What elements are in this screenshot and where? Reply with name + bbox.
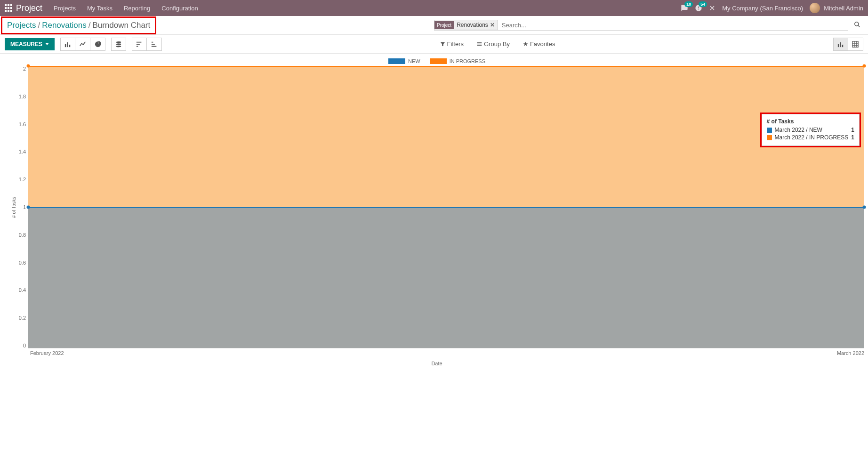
svg-rect-18 bbox=[840, 42, 841, 47]
point-blue-start bbox=[27, 205, 30, 209]
nav-menu-mytasks[interactable]: My Tasks bbox=[87, 5, 113, 12]
pie-chart-icon[interactable] bbox=[90, 38, 105, 51]
search-facet-value: Renovations bbox=[457, 22, 488, 28]
graph-view-icon[interactable] bbox=[833, 38, 848, 51]
area-new bbox=[28, 207, 864, 348]
avatar bbox=[810, 3, 820, 13]
svg-rect-11 bbox=[151, 46, 156, 47]
svg-rect-19 bbox=[842, 44, 844, 47]
sort-desc-icon[interactable] bbox=[132, 38, 147, 51]
breadcrumb-current: Burndown Chart bbox=[92, 21, 150, 30]
bar-chart-icon[interactable] bbox=[60, 38, 75, 51]
search-icon[interactable] bbox=[852, 21, 862, 29]
favorites-button[interactable]: Favorites bbox=[523, 40, 555, 48]
activities-icon[interactable]: 54 bbox=[695, 4, 702, 12]
chart-tooltip: # of Tasks March 2022 / NEW 1 March 2022… bbox=[762, 114, 860, 146]
search-facet-category: Project bbox=[434, 21, 454, 29]
svg-rect-8 bbox=[137, 41, 142, 42]
nav-menu-projects[interactable]: Projects bbox=[54, 5, 76, 12]
tooltip-swatch-blue bbox=[767, 128, 772, 133]
apps-icon[interactable] bbox=[5, 4, 12, 12]
breadcrumb: Projects / Renovations / Burndown Chart bbox=[1, 16, 156, 34]
measures-button[interactable]: MEASURES bbox=[5, 38, 55, 50]
sort-asc-icon[interactable] bbox=[147, 38, 162, 51]
breadcrumb-renovations[interactable]: Renovations bbox=[42, 21, 87, 30]
groupby-button[interactable]: Group By bbox=[477, 40, 510, 48]
tooltip-row-new: March 2022 / NEW 1 bbox=[767, 127, 854, 133]
x-axis-ticks: February 2022 March 2022 bbox=[9, 348, 864, 356]
svg-rect-4 bbox=[69, 44, 71, 47]
nav-menu: Projects My Tasks Reporting Configuratio… bbox=[54, 5, 198, 12]
messages-badge: 10 bbox=[684, 1, 693, 7]
svg-line-1 bbox=[858, 25, 860, 27]
svg-rect-12 bbox=[151, 44, 154, 45]
search-facet-remove-icon[interactable]: ✕ bbox=[490, 22, 495, 28]
svg-point-6 bbox=[116, 43, 121, 45]
top-navbar: Project Projects My Tasks Reporting Conf… bbox=[0, 0, 868, 16]
point-orange-end bbox=[863, 64, 866, 68]
breadcrumb-projects[interactable]: Projects bbox=[7, 21, 36, 30]
tooltip-swatch-orange bbox=[767, 135, 772, 140]
point-orange-start bbox=[27, 64, 30, 68]
x-axis-label: Date bbox=[9, 361, 864, 366]
y-axis-ticks: 2 1.8 1.6 1.4 1.2 1 0.8 0.6 0.4 0.2 0 bbox=[16, 66, 28, 348]
close-tray-icon[interactable] bbox=[709, 5, 715, 11]
svg-rect-2 bbox=[65, 44, 66, 47]
svg-point-5 bbox=[116, 41, 121, 43]
svg-point-0 bbox=[855, 22, 859, 26]
filters-button[interactable]: Filters bbox=[440, 40, 464, 48]
legend-new[interactable]: NEW bbox=[388, 58, 420, 64]
search-facet[interactable]: Project Renovations ✕ bbox=[434, 20, 498, 30]
chart-legend: NEW IN PROGRESS bbox=[9, 58, 864, 64]
svg-point-7 bbox=[116, 45, 121, 47]
chart-plot[interactable] bbox=[28, 66, 864, 348]
svg-rect-10 bbox=[137, 46, 138, 47]
user-name: Mitchell Admin bbox=[824, 5, 863, 12]
stacked-icon[interactable] bbox=[111, 38, 126, 51]
search-input[interactable] bbox=[500, 20, 848, 31]
svg-rect-17 bbox=[838, 44, 839, 47]
nav-menu-configuration[interactable]: Configuration bbox=[161, 5, 198, 12]
point-blue-end bbox=[863, 205, 866, 209]
svg-rect-9 bbox=[137, 44, 140, 45]
user-menu[interactable]: Mitchell Admin bbox=[810, 3, 863, 13]
svg-rect-14 bbox=[477, 42, 482, 42]
legend-inprogress[interactable]: IN PROGRESS bbox=[430, 58, 485, 64]
line-inprogress bbox=[28, 66, 864, 67]
svg-rect-13 bbox=[151, 41, 153, 42]
line-chart-icon[interactable] bbox=[75, 38, 90, 51]
line-new bbox=[28, 207, 864, 208]
svg-rect-3 bbox=[67, 42, 68, 47]
tooltip-row-inprogress: March 2022 / IN PROGRESS 1 bbox=[767, 134, 854, 141]
messages-icon[interactable]: 10 bbox=[681, 4, 688, 12]
pivot-view-icon[interactable] bbox=[848, 38, 863, 51]
tooltip-title: # of Tasks bbox=[767, 118, 854, 125]
company-selector[interactable]: My Company (San Francisco) bbox=[722, 5, 803, 12]
svg-rect-16 bbox=[477, 45, 482, 46]
nav-menu-reporting[interactable]: Reporting bbox=[124, 5, 150, 12]
y-axis-label: # of Tasks bbox=[9, 197, 16, 218]
area-inprogress bbox=[28, 66, 864, 207]
legend-swatch-blue bbox=[388, 58, 405, 64]
svg-rect-20 bbox=[852, 41, 858, 47]
activities-badge: 54 bbox=[699, 1, 707, 7]
svg-rect-15 bbox=[477, 44, 482, 44]
legend-swatch-orange bbox=[430, 58, 447, 64]
app-brand[interactable]: Project bbox=[16, 3, 42, 13]
